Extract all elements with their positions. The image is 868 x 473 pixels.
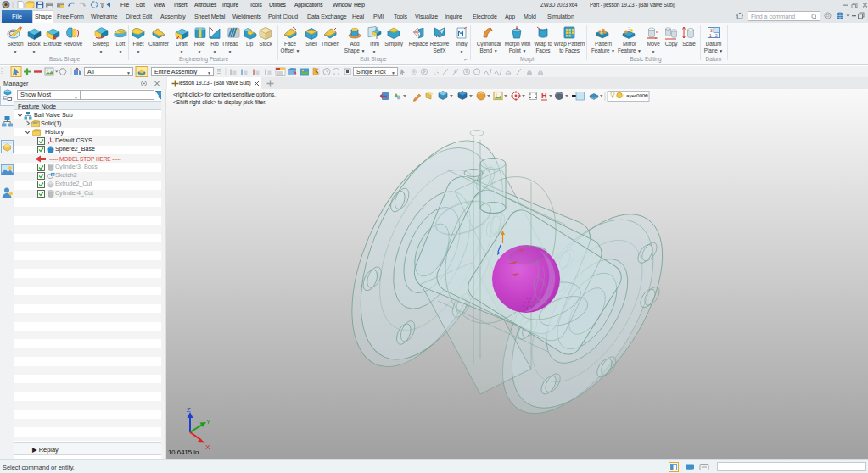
svg-text:1: 1 [709, 33, 712, 38]
svg-text:Y: Y [206, 418, 211, 426]
svg-text:Z: Z [187, 406, 191, 414]
svg-text:2: 2 [715, 33, 718, 38]
svg-text:X: X [205, 443, 210, 451]
